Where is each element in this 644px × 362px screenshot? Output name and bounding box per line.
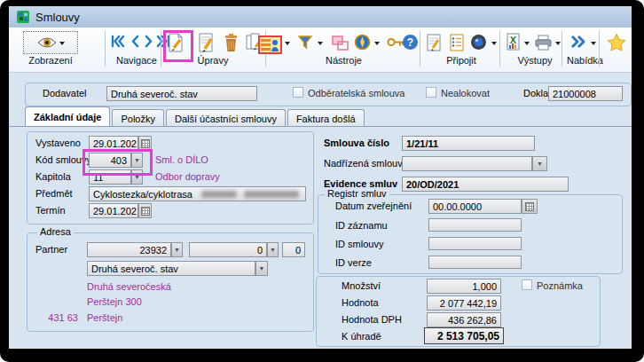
nadrizena-dropdown[interactable]: ▼ — [532, 156, 547, 171]
filter-dropdown[interactable] — [316, 40, 323, 46]
predmet-label: Předmět — [35, 188, 73, 199]
calendar-icon — [141, 139, 150, 148]
hodnota-dph-field[interactable]: 436 262,86 — [427, 312, 501, 327]
compass-dropdown[interactable] — [373, 40, 380, 46]
print-button[interactable] — [534, 35, 553, 51]
nealokovat-checkbox[interactable] — [426, 87, 436, 98]
partner-code-field[interactable]: 23932 — [87, 242, 171, 257]
relations-icon — [332, 35, 349, 51]
tab-polozky[interactable]: Položky — [112, 109, 164, 127]
datum-zverejneni-field[interactable]: 00.00.0000 — [428, 199, 522, 214]
first-record-button[interactable] — [110, 35, 125, 48]
edit-record-icon — [197, 32, 215, 53]
odberatelska-checkbox[interactable] — [293, 87, 303, 98]
excel-export-button[interactable]: X — [506, 33, 521, 51]
id-verze-label: ID verze — [335, 257, 372, 268]
datum-zverejneni-label: Datum zveřejnění — [335, 201, 412, 211]
window-title: Smlouvy — [35, 11, 80, 24]
adresa-line1: Druhá severočeská — [87, 281, 171, 292]
partner-org1-dropdown[interactable]: ▼ — [267, 242, 279, 257]
toolbar-separator — [599, 31, 600, 67]
predmet-field[interactable]: Cyklostezka/cyklotrasa — [89, 186, 306, 201]
compass-button[interactable] — [354, 34, 371, 51]
k-uhrade-label: K úhradě — [342, 331, 381, 342]
vystaveno-label: Vystaveno — [35, 138, 81, 148]
datum-zverejneni-calendar-button[interactable] — [522, 199, 538, 214]
help-button[interactable]: ? — [402, 34, 419, 51]
chevron-down-icon — [591, 42, 596, 48]
next-record-button[interactable] — [144, 35, 154, 48]
tab-zakladni-udaje[interactable]: Základní údaje — [25, 106, 110, 127]
id-smlouvy-field[interactable] — [428, 237, 522, 250]
browse-table-icon — [261, 38, 279, 51]
toolbar-group-label: Nástroje — [271, 55, 417, 66]
delete-record-button[interactable] — [224, 33, 239, 52]
mnozstvi-label: Množství — [342, 280, 381, 291]
excel-dropdown[interactable] — [522, 40, 530, 46]
annotation-highlight-kod-smlouvy — [82, 149, 153, 176]
partner-name-dropdown[interactable]: ▼ — [255, 261, 268, 276]
nadrizena-field[interactable] — [402, 156, 532, 171]
previous-record-button[interactable] — [130, 35, 140, 48]
document-list-button[interactable] — [449, 33, 465, 52]
dodavatel-field[interactable]: Druhá severoč. stav — [106, 86, 257, 101]
browse-table-dropdown[interactable] — [283, 40, 290, 46]
tab-dalsi-ucastnici[interactable]: Další účastníci smlouvy — [166, 109, 286, 127]
camera-button[interactable] — [470, 34, 487, 51]
toolbar-group-label: Zobrazení — [14, 55, 87, 66]
svg-text:?: ? — [407, 36, 413, 49]
delete-record-icon — [224, 33, 239, 52]
excel-export-icon: X — [506, 33, 521, 51]
calendar-icon — [525, 202, 534, 211]
partner-code-dropdown[interactable]: ▼ — [171, 242, 183, 257]
nealokovat-label: Nealokovat — [441, 88, 490, 98]
evidence-field[interactable]: 20/OD/2021 — [402, 177, 569, 192]
partner-org2-field[interactable]: 0 — [282, 242, 305, 257]
eye-icon — [36, 36, 58, 49]
poznamka-label: Poznámka — [537, 280, 583, 291]
doklad-field[interactable]: 21000008 — [548, 86, 623, 101]
k-uhrade-field[interactable]: 2 513 705,05 — [424, 327, 504, 344]
app-window: Smlouvy Zobrazení Navigace — [9, 6, 632, 349]
toolbar-group-label: Výstupy — [499, 55, 570, 66]
toolbar-separator — [420, 31, 420, 67]
poznamka-checkbox[interactable] — [522, 279, 532, 290]
chevron-down-icon — [374, 42, 380, 48]
predmet-value: Cyklostezka/cyklotrasa — [93, 189, 192, 200]
filter-button[interactable] — [297, 35, 313, 50]
help-icon: ? — [402, 34, 419, 51]
tab-faktura-dosla[interactable]: Faktura došlá — [287, 109, 365, 127]
partner-org1-field[interactable]: 0 — [189, 242, 267, 257]
previous-record-icon — [130, 35, 140, 48]
kapitola-info: Odbor dopravy — [155, 171, 220, 182]
partner-name-field[interactable]: Druhá severoč. stav — [87, 261, 255, 276]
edit-record-button[interactable] — [197, 32, 215, 53]
favorites-button[interactable] — [607, 33, 626, 51]
id-verze-field[interactable] — [428, 256, 522, 269]
tab-strip: Základní údaje Položky Další účastníci s… — [25, 106, 366, 127]
mnozstvi-field[interactable]: 1,000 — [427, 279, 501, 294]
termin-calendar-button[interactable] — [138, 203, 152, 218]
hodnota-field[interactable]: 2 077 442,19 — [427, 295, 501, 311]
toolbar-separator — [161, 31, 161, 67]
camera-icon — [470, 34, 487, 51]
relations-button[interactable] — [332, 35, 349, 51]
menu-dropdown[interactable] — [589, 40, 596, 46]
smlouva-cislo-field[interactable]: 1/21/11 — [402, 136, 535, 151]
menu-chevrons-icon — [569, 35, 587, 49]
camera-dropdown[interactable] — [490, 40, 497, 46]
id-zaznamu-field[interactable] — [428, 218, 522, 232]
print-icon — [534, 35, 553, 51]
print-dropdown[interactable] — [554, 40, 561, 46]
chevron-down-icon — [555, 42, 561, 48]
note-button[interactable] — [426, 33, 442, 52]
chevron-down-icon — [285, 42, 290, 48]
termin-field[interactable]: 29.01.2021 — [89, 203, 138, 218]
view-button[interactable] — [23, 31, 78, 54]
browse-table-button[interactable] — [258, 35, 282, 54]
id-zaznamu-label: ID záznamu — [335, 220, 388, 231]
adresa-city: Perštejn — [87, 312, 122, 323]
menu-button[interactable] — [569, 35, 587, 49]
hodnota-label: Hodnota — [342, 297, 379, 308]
filter-icon — [297, 35, 313, 50]
